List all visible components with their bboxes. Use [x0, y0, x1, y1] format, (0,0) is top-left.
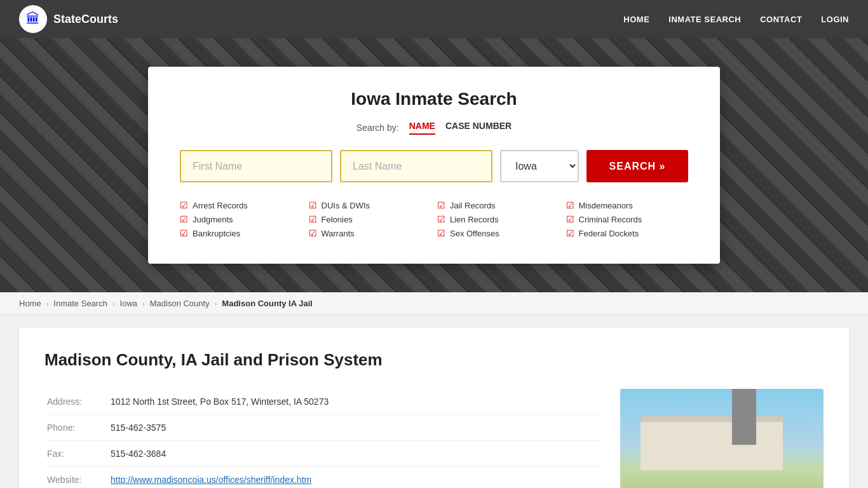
- breadcrumb-sep-2: ›: [112, 300, 115, 308]
- breadcrumb-sep-3: ›: [142, 300, 145, 308]
- breadcrumb-iowa[interactable]: Iowa: [120, 299, 137, 308]
- check-icon-jail: ☑: [437, 200, 445, 210]
- breadcrumb-sep-1: ›: [46, 300, 49, 308]
- check-jail-records: ☑ Jail Records: [437, 200, 560, 210]
- check-warrants: ☑ Warrants: [309, 228, 431, 238]
- address-value: 1012 North 1st Street, Po Box 517, Winte…: [108, 389, 601, 415]
- breadcrumb-madison-county[interactable]: Madison County: [150, 299, 210, 308]
- search-card: Iowa Inmate Search Search by: NAME CASE …: [148, 67, 720, 264]
- check-label-sex-offenses: Sex Offenses: [450, 229, 499, 238]
- check-icon-sex-offenses: ☑: [437, 228, 445, 238]
- first-name-input[interactable]: [180, 150, 332, 182]
- breadcrumb: Home › Inmate Search › Iowa › Madison Co…: [0, 292, 868, 315]
- table-row-address: Address: 1012 North 1st Street, Po Box 5…: [44, 389, 601, 415]
- check-icon-federal: ☑: [566, 228, 574, 238]
- check-federal-dockets: ☑ Federal Dockets: [566, 228, 689, 238]
- search-card-title: Iowa Inmate Search: [180, 89, 688, 109]
- website-link[interactable]: http://www.madisoncoia.us/offices/sherif…: [111, 475, 311, 485]
- check-misdemeanors: ☑ Misdemeanors: [566, 200, 689, 210]
- tower-shape: [732, 389, 756, 445]
- info-table: Address: 1012 North 1st Street, Po Box 5…: [44, 389, 601, 488]
- check-label-felonies: Felonies: [322, 215, 353, 224]
- hero-section: Iowa Inmate Search Search by: NAME CASE …: [0, 38, 868, 292]
- tab-case-number[interactable]: CASE NUMBER: [445, 121, 512, 135]
- navbar: 🏛 StateCourts HOME INMATE SEARCH CONTACT…: [0, 0, 868, 38]
- breadcrumb-home[interactable]: Home: [19, 299, 41, 308]
- check-icon-misdemeanors: ☑: [566, 200, 574, 210]
- table-row-website: Website: http://www.madisoncoia.us/offic…: [44, 467, 601, 489]
- breadcrumb-inmate-search[interactable]: Inmate Search: [53, 299, 107, 308]
- check-lien-records: ☑ Lien Records: [437, 214, 560, 224]
- table-row-phone: Phone: 515-462-3575: [44, 415, 601, 441]
- check-label-duis: DUIs & DWIs: [322, 201, 370, 210]
- brand-logo[interactable]: 🏛 StateCourts: [19, 5, 118, 33]
- checks-grid: ☑ Arrest Records ☑ DUIs & DWIs ☑ Jail Re…: [180, 200, 688, 238]
- check-bankruptcies: ☑ Bankruptcies: [180, 228, 302, 238]
- check-icon-arrest: ☑: [180, 200, 188, 210]
- address-label: Address:: [44, 389, 108, 415]
- website-value: http://www.madisoncoia.us/offices/sherif…: [108, 467, 601, 489]
- check-felonies: ☑ Felonies: [309, 214, 431, 224]
- nav-links: HOME INMATE SEARCH CONTACT LOGIN: [623, 13, 849, 25]
- nav-home[interactable]: HOME: [623, 15, 649, 24]
- content-row: Address: 1012 North 1st Street, Po Box 5…: [44, 389, 824, 488]
- nav-contact[interactable]: CONTACT: [760, 15, 802, 24]
- last-name-input[interactable]: [340, 150, 492, 182]
- phone-label: Phone:: [44, 415, 108, 441]
- brand-name: StateCourts: [53, 13, 118, 26]
- check-label-lien: Lien Records: [450, 215, 499, 224]
- check-icon-bankruptcies: ☑: [180, 228, 188, 238]
- content-left: Address: 1012 North 1st Street, Po Box 5…: [44, 389, 601, 488]
- nav-login[interactable]: LOGIN: [821, 15, 849, 24]
- building-roof: [641, 416, 783, 422]
- check-criminal-records: ☑ Criminal Records: [566, 214, 689, 224]
- building-shape: [641, 421, 783, 470]
- search-button[interactable]: SEARCH »: [587, 150, 688, 182]
- breadcrumb-current: Madison County IA Jail: [222, 299, 313, 308]
- check-label-jail: Jail Records: [450, 201, 496, 210]
- check-label-bankruptcies: Bankruptcies: [193, 229, 240, 238]
- check-icon-criminal: ☑: [566, 214, 574, 224]
- search-inputs-row: Iowa SEARCH »: [180, 150, 688, 182]
- check-icon-lien: ☑: [437, 214, 445, 224]
- check-label-federal: Federal Dockets: [579, 229, 639, 238]
- check-label-arrest: Arrest Records: [193, 201, 248, 210]
- check-label-judgments: Judgments: [193, 215, 233, 224]
- tab-name[interactable]: NAME: [409, 121, 435, 135]
- check-sex-offenses: ☑ Sex Offenses: [437, 228, 560, 238]
- website-label: Website:: [44, 467, 108, 489]
- check-label-misdemeanors: Misdemeanors: [579, 201, 633, 210]
- check-duis: ☑ DUIs & DWIs: [309, 200, 431, 210]
- fax-value: 515-462-3684: [108, 441, 601, 467]
- check-label-criminal: Criminal Records: [579, 215, 642, 224]
- brand-icon-glyph: 🏛: [26, 11, 40, 27]
- check-arrest-records: ☑ Arrest Records: [180, 200, 302, 210]
- table-row-fax: Fax: 515-462-3684: [44, 441, 601, 467]
- state-select[interactable]: Iowa: [500, 150, 579, 182]
- jail-title: Madison County, IA Jail and Prison Syste…: [44, 350, 824, 370]
- brand-icon: 🏛: [19, 5, 47, 33]
- check-icon-judgments: ☑: [180, 214, 188, 224]
- content-right: [620, 389, 824, 488]
- breadcrumb-sep-4: ›: [215, 300, 217, 308]
- search-by-label: Search by:: [356, 123, 399, 133]
- check-judgments: ☑ Judgments: [180, 214, 302, 224]
- phone-value: 515-462-3575: [108, 415, 601, 441]
- jail-image: [620, 389, 824, 488]
- check-icon-duis: ☑: [309, 200, 317, 210]
- check-icon-warrants: ☑: [309, 228, 317, 238]
- search-by-row: Search by: NAME CASE NUMBER: [180, 121, 688, 135]
- main-content: Madison County, IA Jail and Prison Syste…: [19, 328, 849, 488]
- nav-inmate-search[interactable]: INMATE SEARCH: [668, 15, 741, 24]
- fax-label: Fax:: [44, 441, 108, 467]
- check-label-warrants: Warrants: [322, 229, 355, 238]
- check-icon-felonies: ☑: [309, 214, 317, 224]
